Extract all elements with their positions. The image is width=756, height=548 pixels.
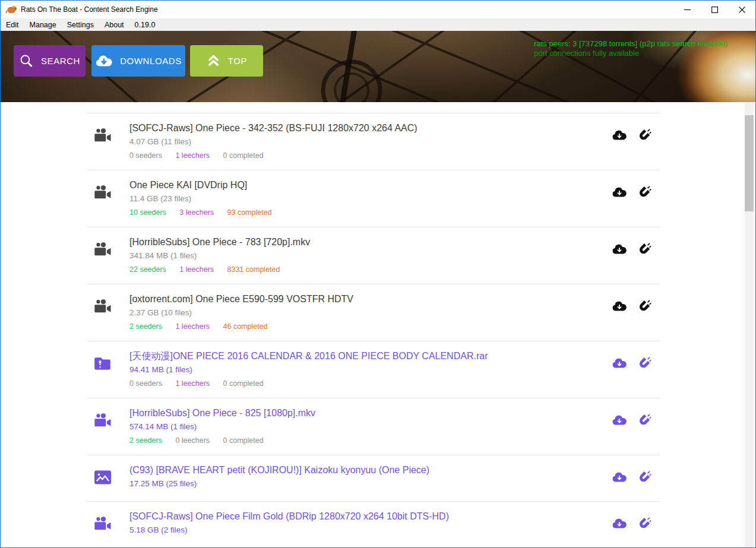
video-file-icon: [94, 128, 112, 143]
completed-count: 0 completed: [223, 379, 264, 388]
completed-count: 46 completed: [223, 322, 268, 331]
leechers-count: 1 leechers: [175, 379, 210, 388]
result-row: [SOFCJ-Raws] One Piece - 342-352 (BS-FUJ…: [87, 113, 660, 170]
result-row: [SOFCJ-Raws] One Piece Film Gold (BDRip …: [87, 502, 660, 547]
window-title: Rats On The Boat - Content Search Engine: [21, 5, 158, 14]
download-cloud-button[interactable]: [612, 128, 627, 143]
menu-about[interactable]: About: [99, 18, 129, 31]
magnet-link-button[interactable]: [636, 356, 651, 371]
result-title[interactable]: [SOFCJ-Raws] One Piece Film Gold (BDRip …: [129, 510, 612, 523]
vertical-scrollbar[interactable]: [745, 102, 754, 547]
double-chevron-up-icon: [206, 54, 221, 68]
completed-count: 0 completed: [223, 436, 264, 445]
video-file-icon: [94, 413, 112, 428]
result-title[interactable]: (C93) [BRAVE HEART petit (KOJIROU!)] Kai…: [129, 464, 612, 477]
seeders-count: 0 seeders: [129, 379, 162, 388]
result-stats: 2 seeders 0 leechers 0 completed: [129, 435, 612, 446]
search-icon: [19, 53, 34, 68]
window-controls: [673, 1, 755, 18]
search-button-label: SEARCH: [41, 56, 80, 66]
result-size: 341.84 MB (1 files): [129, 250, 612, 261]
top-nav-button[interactable]: TOP: [190, 45, 263, 77]
download-cloud-button[interactable]: [612, 242, 627, 257]
magnet-link-button[interactable]: [636, 185, 651, 200]
cloud-download-icon: [95, 54, 113, 68]
image-file-icon: [94, 470, 112, 485]
leechers-count: 1 leechers: [179, 265, 214, 274]
menu-manage[interactable]: Manage: [24, 18, 62, 31]
video-file-icon: [94, 185, 112, 200]
download-cloud-button[interactable]: [612, 356, 627, 371]
seeders-count: 0 seeders: [129, 151, 162, 160]
menu-version[interactable]: 0.19.0: [129, 18, 161, 31]
result-title[interactable]: [HorribleSubs] One Piece - 783 [720p].mk…: [129, 236, 612, 249]
video-file-icon: [94, 242, 112, 257]
download-cloud-button[interactable]: [612, 413, 627, 428]
row-actions: [612, 185, 651, 200]
result-title[interactable]: [oxtorrent.com] One Piece E590-599 VOSTF…: [129, 293, 612, 306]
result-size: 574.14 MB (1 files): [129, 421, 612, 432]
row-actions: [612, 299, 651, 314]
row-actions: [612, 413, 651, 428]
result-size: 94.41 MB (1 files): [129, 364, 612, 375]
top-button-label: TOP: [228, 56, 247, 66]
result-size: 17.25 MB (25 files): [129, 478, 612, 489]
titlebar: Rats On The Boat - Content Search Engine: [1, 1, 755, 18]
download-cloud-button[interactable]: [612, 516, 627, 531]
header-banner: SEARCH DOWNLOADS TOP rats peers: 3 [7372…: [1, 31, 755, 102]
leechers-count: 0 leechers: [175, 436, 210, 445]
magnet-link-button[interactable]: [636, 470, 651, 485]
seeders-count: 2 seeders: [129, 322, 162, 331]
magnet-link-button[interactable]: [636, 413, 651, 428]
result-row: (C93) [BRAVE HEART petit (KOJIROU!)] Kai…: [87, 455, 660, 502]
row-actions: [612, 356, 651, 371]
result-row: [oxtorrent.com] One Piece E590-599 VOSTF…: [87, 284, 660, 341]
magnet-link-button[interactable]: [636, 128, 651, 143]
result-size: 11.4 GB (23 files): [129, 193, 612, 204]
peer-status-line1: rats peers: 3 [737298 torrents] (p2p rat…: [534, 39, 727, 49]
result-stats: 22 seeders 1 leechers 8331 completed: [129, 264, 612, 275]
magnet-link-button[interactable]: [636, 242, 651, 257]
maximize-button[interactable]: [701, 1, 728, 18]
download-cloud-button[interactable]: [612, 299, 627, 314]
scrollbar-thumb[interactable]: [745, 115, 754, 211]
result-title[interactable]: One Piece KAI [DVDrip HQ]: [129, 179, 612, 192]
menu-edit[interactable]: Edit: [5, 18, 24, 31]
result-row: One Piece KAI [DVDrip HQ] 11.4 GB (23 fi…: [87, 170, 660, 227]
seeders-count: 2 seeders: [129, 436, 162, 445]
leechers-count: 1 leechers: [175, 151, 210, 160]
result-stats: 0 seeders 1 leechers 0 completed: [129, 150, 612, 161]
search-nav-button[interactable]: SEARCH: [14, 45, 86, 77]
app-window: Rats On The Boat - Content Search Engine…: [0, 0, 756, 548]
magnet-link-button[interactable]: [636, 299, 651, 314]
result-size: 2.37 GB (10 files): [129, 307, 612, 318]
video-file-icon: [94, 299, 112, 314]
downloads-button-label: DOWNLOADS: [120, 56, 182, 66]
seeders-count: 10 seeders: [129, 208, 166, 217]
leechers-count: 1 leechers: [175, 322, 210, 331]
result-size: 5.18 GB (2 files): [129, 524, 612, 536]
menu-settings[interactable]: Settings: [62, 18, 99, 31]
download-cloud-button[interactable]: [612, 470, 627, 485]
row-actions: [612, 470, 651, 485]
minimize-button[interactable]: [673, 1, 701, 18]
result-stats: 0 seeders 1 leechers 0 completed: [129, 378, 612, 389]
result-title[interactable]: [SOFCJ-Raws] One Piece - 342-352 (BS-FUJ…: [129, 122, 612, 135]
downloads-nav-button[interactable]: DOWNLOADS: [91, 45, 185, 77]
peer-status: rats peers: 3 [737298 torrents] (p2p rat…: [534, 39, 727, 58]
row-actions: [612, 242, 651, 257]
menubar: Edit Manage Settings About 0.19.0: [1, 18, 755, 31]
peer-status-line2: port connections fully available: [534, 49, 727, 58]
result-title[interactable]: [HorribleSubs] One Piece - 825 [1080p].m…: [129, 407, 612, 420]
results-area: [SOFCJ-Raws] One Piece - 342-352 (BS-FUJ…: [1, 102, 755, 547]
seeders-count: 22 seeders: [129, 265, 166, 274]
download-cloud-button[interactable]: [612, 185, 627, 200]
close-button[interactable]: [728, 1, 755, 18]
result-title[interactable]: [天使动漫]ONE PIECE 2016 CALENDAR & 2016 ONE…: [129, 350, 612, 363]
results-list: [SOFCJ-Raws] One Piece - 342-352 (BS-FUJ…: [87, 113, 660, 547]
row-actions: [612, 516, 651, 531]
app-logo-rat-icon: [5, 5, 17, 14]
completed-count: 0 completed: [223, 151, 264, 160]
magnet-link-button[interactable]: [636, 516, 651, 531]
result-row: [HorribleSubs] One Piece - 783 [720p].mk…: [87, 227, 660, 284]
